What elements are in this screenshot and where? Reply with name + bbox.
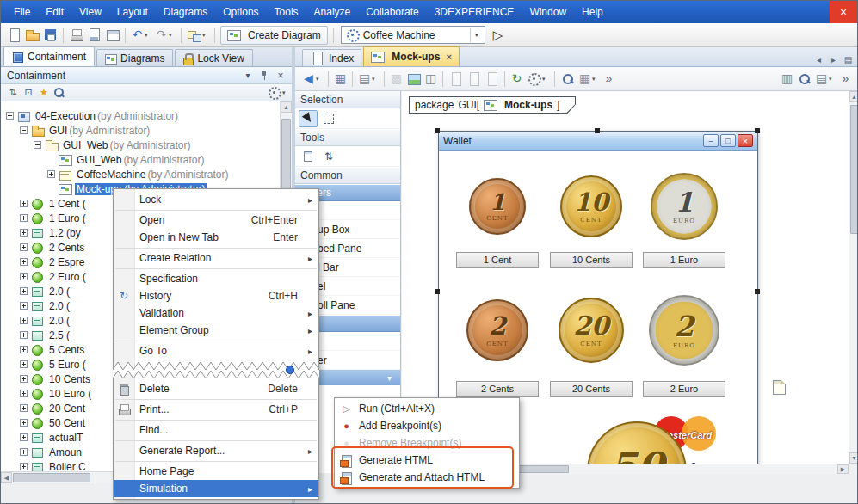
tree-expander-icon[interactable] [20,390,28,397]
select-in-tree-icon[interactable] [21,86,36,100]
show-diagram-frame-icon-button[interactable]: ◫ [423,69,439,89]
dropdown-caret-icon[interactable] [829,76,836,83]
run-configuration-combo[interactable]: Coffee Machine [341,26,485,44]
menu-layout[interactable]: Layout [109,1,156,23]
used-projects-icon-button[interactable] [185,25,211,46]
navigate-back-icon-button[interactable]: ◀ [300,69,324,89]
menu-item-delete[interactable]: DeleteDelete [114,380,318,397]
tree-expander-icon[interactable] [20,360,28,368]
undo-icon-button[interactable]: ↶ [129,25,153,46]
menu-item-go-to[interactable]: Go To [114,342,318,360]
menu-file[interactable]: File [6,1,38,23]
scrollbar-thumb[interactable] [13,473,90,482]
print-icon-button[interactable] [67,25,85,46]
collapse-all-icon[interactable] [5,86,21,100]
editor-tab-index[interactable]: Index [302,49,361,66]
menu-collaborate[interactable]: Collaborate [358,1,426,23]
find-in-diagram-icon-button[interactable] [795,69,813,89]
menu-item-lock[interactable]: Lock [114,191,318,208]
favorites-icon[interactable] [36,86,52,100]
zoom-icon-button[interactable] [559,69,577,89]
tree-expander-icon[interactable] [20,463,28,470]
tree-expander-icon[interactable] [20,346,28,353]
panel-pin-icon[interactable] [257,70,271,82]
editor-tab-mock-ups[interactable]: Mock-ups [363,46,459,66]
tree-item-gui[interactable]: GUI (by Administrator) [1,123,280,138]
note-tool-icon[interactable] [299,148,318,165]
save-project-icon-button[interactable] [41,25,59,46]
selection-handle[interactable] [595,128,600,133]
tree-expander-icon[interactable] [20,229,28,237]
menu-item-find[interactable]: Find... [114,421,318,439]
tree-expander-icon[interactable] [20,404,28,412]
menu-analyze[interactable]: Analyze [306,1,359,23]
menu-item-element-group[interactable]: Element Group [114,322,318,339]
tree-expander-icon[interactable] [20,273,28,280]
dropdown-caret-icon[interactable] [169,32,176,39]
swimlanes-icon-button[interactable]: ▩ [388,69,404,89]
table-icon-button[interactable] [103,25,121,46]
comment-note-icon[interactable] [773,380,786,395]
maximize-icon[interactable] [720,134,736,147]
palette-header-tools[interactable]: Tools [295,129,400,146]
scroll-up-icon[interactable] [849,91,858,102]
menu-item-history[interactable]: HistoryCtrl+H [114,287,318,304]
menu-tools[interactable]: Tools [267,1,306,23]
selection-handle[interactable] [435,128,440,133]
menu-item-simulation[interactable]: Simulation [114,480,318,497]
copy-icon-button[interactable] [447,69,465,89]
tree-expander-icon[interactable] [34,141,41,149]
dropdown-caret-icon[interactable] [372,76,379,83]
hourglass-tool-icon[interactable] [340,148,359,165]
tree-expander-icon[interactable] [20,287,28,295]
tree-expander-icon[interactable] [20,302,28,310]
menu-item-specification[interactable]: Specification [114,270,318,287]
submenu-item-generate-html[interactable]: Generate HTML [335,452,519,469]
submenu-item-generate-attach-html[interactable]: Generate and Attach HTML [335,469,519,486]
diagram-options-icon-button[interactable] [525,69,551,89]
tree-expander-icon[interactable] [20,331,28,339]
tab-diagrams[interactable]: Diagrams [96,49,173,66]
menu-diagrams[interactable]: Diagrams [156,1,215,23]
menu-item-open-in-new-tab[interactable]: Open in New TabEnter [114,229,318,246]
menu-help[interactable]: Help [574,1,611,23]
more-toolbar-icon-button[interactable]: » [601,69,617,89]
tree-expander-icon[interactable] [20,126,28,134]
submenu-item-add-breakpoints[interactable]: ●Add Breakpoint(s) [335,417,519,434]
tree-expander-icon[interactable] [47,170,55,178]
tree-options-gear-icon[interactable] [267,85,281,100]
tree-expander-icon[interactable] [20,200,28,207]
menu-item-validation[interactable]: Validation [114,304,318,322]
containment-tree-icon-button[interactable]: ▦ [332,69,349,89]
diagram-aspects-icon-button[interactable]: ▤ [356,69,380,89]
tree-expander-icon[interactable] [20,433,28,441]
insert-image-icon-button[interactable] [404,69,423,89]
tree-item-04-execution[interactable]: 04-Execution (by Administrator) [1,108,280,123]
dropdown-caret-icon[interactable] [145,32,151,39]
marquee-tool-icon[interactable] [319,110,338,127]
tab-lock-view[interactable]: Lock View [175,49,252,66]
selection-handle[interactable] [435,289,440,294]
menu-view[interactable]: View [71,1,109,23]
palette-header-common[interactable]: Common [295,167,400,184]
create-diagram-button[interactable]: Create Diagram [220,26,328,45]
menu-item-print[interactable]: Print...Ctrl+P [114,401,318,418]
menu-window[interactable]: Window [522,1,574,23]
window-close-button[interactable]: × [830,1,857,23]
menu-item-generate-report[interactable]: Generate Report... [114,442,318,459]
dropdown-caret-icon[interactable] [542,76,549,83]
tabs-scroll-left-icon[interactable] [812,52,826,66]
close-icon[interactable] [738,134,753,147]
tree-expander-icon[interactable] [20,243,28,251]
minimize-icon[interactable] [703,134,719,147]
refresh-icon-button[interactable]: ↻ [509,69,525,89]
selection-handle[interactable] [755,128,760,133]
new-project-icon-button[interactable] [5,25,23,46]
run-simulation-button[interactable]: ▷ [489,28,508,43]
more-icon-button[interactable]: » [837,69,854,89]
tree-expander-icon[interactable] [20,258,28,266]
redo-icon-button[interactable]: ↷ [153,25,177,46]
tabs-list-icon[interactable] [841,52,855,66]
menu-3dexperience[interactable]: 3DEXPERIENCE [427,1,522,23]
grid-icon-button[interactable]: ▦ [577,69,601,89]
